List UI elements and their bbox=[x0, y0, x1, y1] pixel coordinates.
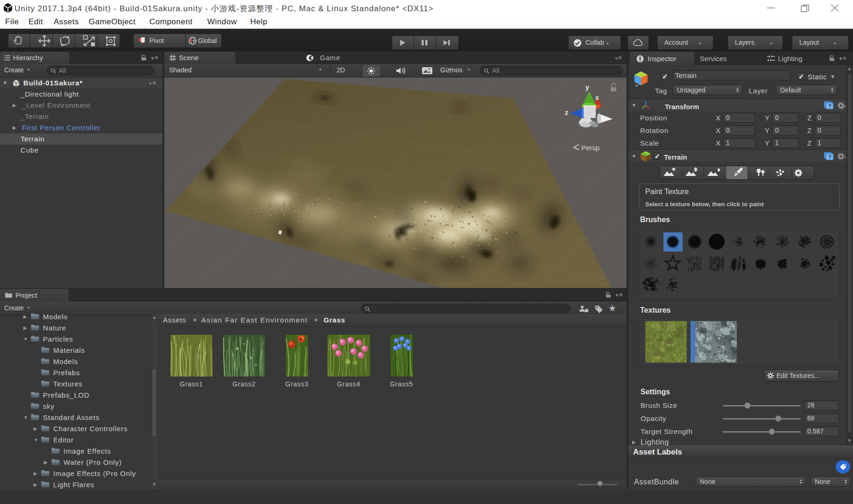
svg-text:z: z bbox=[565, 109, 568, 116]
svg-text:y: y bbox=[585, 84, 589, 91]
svg-text:x: x bbox=[595, 94, 599, 101]
svg-text:Persp: Persp bbox=[581, 144, 599, 152]
svg-text:?: ? bbox=[828, 154, 832, 160]
svg-text:?: ? bbox=[828, 103, 832, 109]
